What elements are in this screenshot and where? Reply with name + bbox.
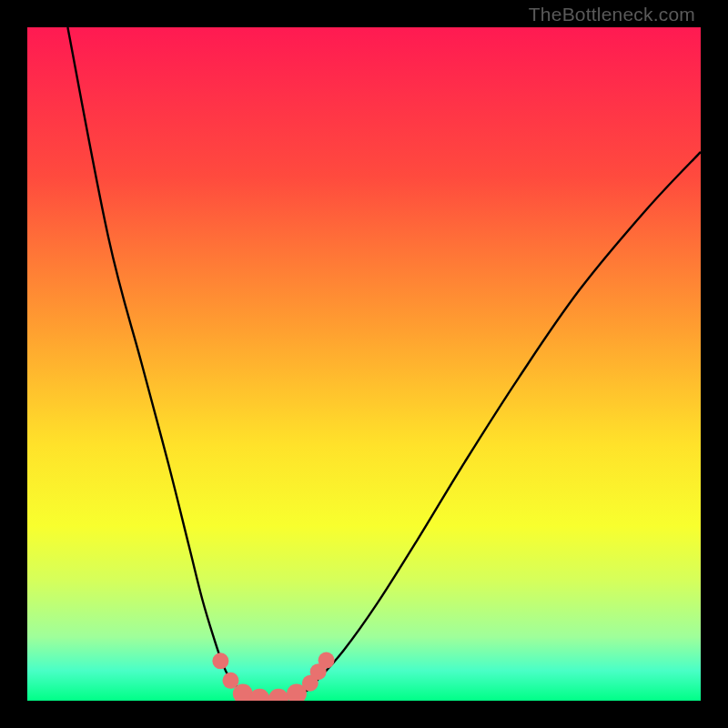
bottleneck-curve [67, 27, 701, 699]
watermark-text: TheBottleneck.com [529, 4, 695, 25]
curve-marker [212, 652, 228, 669]
curve-marker [268, 689, 288, 701]
curve-marker [318, 652, 335, 669]
curve-markers [212, 652, 334, 701]
chart-frame: TheBottleneck.com [0, 0, 728, 728]
plot-area [27, 27, 701, 701]
curve-marker [222, 672, 238, 689]
curve-layer [27, 27, 701, 701]
curve-marker [249, 689, 269, 701]
